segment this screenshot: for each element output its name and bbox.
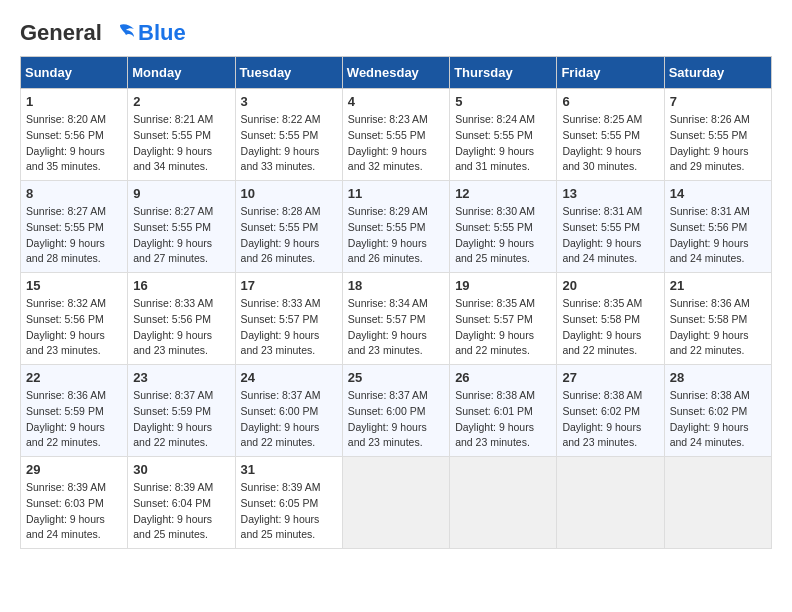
calendar-week-5: 29 Sunrise: 8:39 AM Sunset: 6:03 PM Dayl…: [21, 457, 772, 549]
day-info: Sunrise: 8:25 AM Sunset: 5:55 PM Dayligh…: [562, 112, 658, 175]
day-info: Sunrise: 8:33 AM Sunset: 5:57 PM Dayligh…: [241, 296, 337, 359]
day-info: Sunrise: 8:38 AM Sunset: 6:02 PM Dayligh…: [562, 388, 658, 451]
day-info: Sunrise: 8:31 AM Sunset: 5:55 PM Dayligh…: [562, 204, 658, 267]
calendar-cell: 15 Sunrise: 8:32 AM Sunset: 5:56 PM Dayl…: [21, 273, 128, 365]
calendar-cell: 1 Sunrise: 8:20 AM Sunset: 5:56 PM Dayli…: [21, 89, 128, 181]
day-number: 31: [241, 462, 337, 477]
day-number: 4: [348, 94, 444, 109]
day-info: Sunrise: 8:26 AM Sunset: 5:55 PM Dayligh…: [670, 112, 766, 175]
day-info: Sunrise: 8:33 AM Sunset: 5:56 PM Dayligh…: [133, 296, 229, 359]
day-info: Sunrise: 8:36 AM Sunset: 5:58 PM Dayligh…: [670, 296, 766, 359]
day-number: 29: [26, 462, 122, 477]
day-number: 1: [26, 94, 122, 109]
calendar-cell: 12 Sunrise: 8:30 AM Sunset: 5:55 PM Dayl…: [450, 181, 557, 273]
logo-blue: Blue: [138, 20, 186, 46]
weekday-header-saturday: Saturday: [664, 57, 771, 89]
calendar-cell: 16 Sunrise: 8:33 AM Sunset: 5:56 PM Dayl…: [128, 273, 235, 365]
day-number: 17: [241, 278, 337, 293]
calendar-cell: 13 Sunrise: 8:31 AM Sunset: 5:55 PM Dayl…: [557, 181, 664, 273]
calendar-cell: 22 Sunrise: 8:36 AM Sunset: 5:59 PM Dayl…: [21, 365, 128, 457]
calendar-cell: 14 Sunrise: 8:31 AM Sunset: 5:56 PM Dayl…: [664, 181, 771, 273]
calendar-cell: [557, 457, 664, 549]
day-number: 25: [348, 370, 444, 385]
calendar-cell: 17 Sunrise: 8:33 AM Sunset: 5:57 PM Dayl…: [235, 273, 342, 365]
day-info: Sunrise: 8:30 AM Sunset: 5:55 PM Dayligh…: [455, 204, 551, 267]
day-info: Sunrise: 8:21 AM Sunset: 5:55 PM Dayligh…: [133, 112, 229, 175]
day-info: Sunrise: 8:32 AM Sunset: 5:56 PM Dayligh…: [26, 296, 122, 359]
day-info: Sunrise: 8:27 AM Sunset: 5:55 PM Dayligh…: [26, 204, 122, 267]
day-number: 23: [133, 370, 229, 385]
day-number: 24: [241, 370, 337, 385]
logo-bird-icon: [110, 23, 136, 45]
calendar-cell: 9 Sunrise: 8:27 AM Sunset: 5:55 PM Dayli…: [128, 181, 235, 273]
day-info: Sunrise: 8:39 AM Sunset: 6:04 PM Dayligh…: [133, 480, 229, 543]
calendar-cell: 25 Sunrise: 8:37 AM Sunset: 6:00 PM Dayl…: [342, 365, 449, 457]
calendar-cell: 8 Sunrise: 8:27 AM Sunset: 5:55 PM Dayli…: [21, 181, 128, 273]
calendar-cell: [450, 457, 557, 549]
day-number: 26: [455, 370, 551, 385]
day-info: Sunrise: 8:39 AM Sunset: 6:05 PM Dayligh…: [241, 480, 337, 543]
day-info: Sunrise: 8:29 AM Sunset: 5:55 PM Dayligh…: [348, 204, 444, 267]
day-number: 11: [348, 186, 444, 201]
calendar-cell: 18 Sunrise: 8:34 AM Sunset: 5:57 PM Dayl…: [342, 273, 449, 365]
day-info: Sunrise: 8:35 AM Sunset: 5:57 PM Dayligh…: [455, 296, 551, 359]
day-number: 27: [562, 370, 658, 385]
day-number: 18: [348, 278, 444, 293]
day-info: Sunrise: 8:31 AM Sunset: 5:56 PM Dayligh…: [670, 204, 766, 267]
day-number: 20: [562, 278, 658, 293]
weekday-header-thursday: Thursday: [450, 57, 557, 89]
day-number: 30: [133, 462, 229, 477]
day-info: Sunrise: 8:22 AM Sunset: 5:55 PM Dayligh…: [241, 112, 337, 175]
calendar-cell: 3 Sunrise: 8:22 AM Sunset: 5:55 PM Dayli…: [235, 89, 342, 181]
day-number: 14: [670, 186, 766, 201]
day-info: Sunrise: 8:36 AM Sunset: 5:59 PM Dayligh…: [26, 388, 122, 451]
day-number: 6: [562, 94, 658, 109]
day-info: Sunrise: 8:38 AM Sunset: 6:02 PM Dayligh…: [670, 388, 766, 451]
calendar-cell: 2 Sunrise: 8:21 AM Sunset: 5:55 PM Dayli…: [128, 89, 235, 181]
day-number: 21: [670, 278, 766, 293]
calendar-cell: 21 Sunrise: 8:36 AM Sunset: 5:58 PM Dayl…: [664, 273, 771, 365]
calendar-cell: 6 Sunrise: 8:25 AM Sunset: 5:55 PM Dayli…: [557, 89, 664, 181]
calendar-cell: 7 Sunrise: 8:26 AM Sunset: 5:55 PM Dayli…: [664, 89, 771, 181]
day-number: 16: [133, 278, 229, 293]
day-info: Sunrise: 8:27 AM Sunset: 5:55 PM Dayligh…: [133, 204, 229, 267]
day-number: 3: [241, 94, 337, 109]
calendar-cell: 4 Sunrise: 8:23 AM Sunset: 5:55 PM Dayli…: [342, 89, 449, 181]
weekday-header-wednesday: Wednesday: [342, 57, 449, 89]
day-info: Sunrise: 8:23 AM Sunset: 5:55 PM Dayligh…: [348, 112, 444, 175]
header: General Blue: [20, 20, 772, 46]
calendar-week-3: 15 Sunrise: 8:32 AM Sunset: 5:56 PM Dayl…: [21, 273, 772, 365]
calendar-cell: 27 Sunrise: 8:38 AM Sunset: 6:02 PM Dayl…: [557, 365, 664, 457]
day-number: 12: [455, 186, 551, 201]
day-info: Sunrise: 8:37 AM Sunset: 5:59 PM Dayligh…: [133, 388, 229, 451]
day-number: 5: [455, 94, 551, 109]
calendar-week-1: 1 Sunrise: 8:20 AM Sunset: 5:56 PM Dayli…: [21, 89, 772, 181]
calendar-cell: 19 Sunrise: 8:35 AM Sunset: 5:57 PM Dayl…: [450, 273, 557, 365]
day-info: Sunrise: 8:35 AM Sunset: 5:58 PM Dayligh…: [562, 296, 658, 359]
day-number: 15: [26, 278, 122, 293]
day-number: 8: [26, 186, 122, 201]
day-number: 22: [26, 370, 122, 385]
calendar-week-4: 22 Sunrise: 8:36 AM Sunset: 5:59 PM Dayl…: [21, 365, 772, 457]
calendar-cell: 23 Sunrise: 8:37 AM Sunset: 5:59 PM Dayl…: [128, 365, 235, 457]
calendar-cell: 29 Sunrise: 8:39 AM Sunset: 6:03 PM Dayl…: [21, 457, 128, 549]
calendar-cell: [342, 457, 449, 549]
calendar-cell: 24 Sunrise: 8:37 AM Sunset: 6:00 PM Dayl…: [235, 365, 342, 457]
calendar-cell: 31 Sunrise: 8:39 AM Sunset: 6:05 PM Dayl…: [235, 457, 342, 549]
day-number: 7: [670, 94, 766, 109]
calendar-cell: 30 Sunrise: 8:39 AM Sunset: 6:04 PM Dayl…: [128, 457, 235, 549]
calendar-cell: 28 Sunrise: 8:38 AM Sunset: 6:02 PM Dayl…: [664, 365, 771, 457]
day-info: Sunrise: 8:39 AM Sunset: 6:03 PM Dayligh…: [26, 480, 122, 543]
calendar-cell: 20 Sunrise: 8:35 AM Sunset: 5:58 PM Dayl…: [557, 273, 664, 365]
calendar-table: SundayMondayTuesdayWednesdayThursdayFrid…: [20, 56, 772, 549]
day-info: Sunrise: 8:34 AM Sunset: 5:57 PM Dayligh…: [348, 296, 444, 359]
day-number: 28: [670, 370, 766, 385]
day-number: 9: [133, 186, 229, 201]
calendar-cell: 5 Sunrise: 8:24 AM Sunset: 5:55 PM Dayli…: [450, 89, 557, 181]
day-info: Sunrise: 8:38 AM Sunset: 6:01 PM Dayligh…: [455, 388, 551, 451]
logo-general: General: [20, 20, 102, 45]
day-info: Sunrise: 8:37 AM Sunset: 6:00 PM Dayligh…: [241, 388, 337, 451]
day-info: Sunrise: 8:20 AM Sunset: 5:56 PM Dayligh…: [26, 112, 122, 175]
day-info: Sunrise: 8:24 AM Sunset: 5:55 PM Dayligh…: [455, 112, 551, 175]
calendar-cell: 10 Sunrise: 8:28 AM Sunset: 5:55 PM Dayl…: [235, 181, 342, 273]
